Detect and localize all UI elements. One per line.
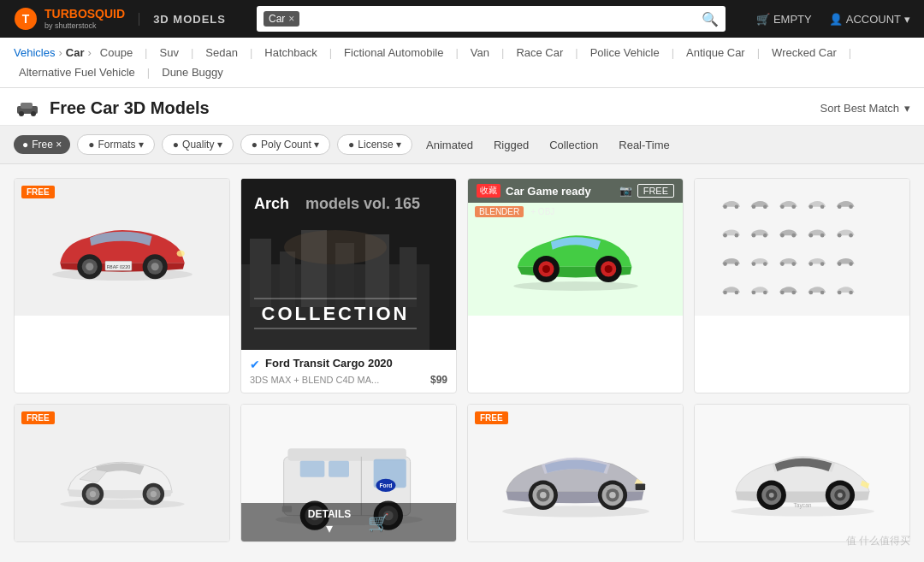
filter-animated[interactable]: Animated: [419, 135, 480, 155]
account-button[interactable]: 👤 ACCOUNT ▾: [829, 13, 910, 26]
svg-point-58: [734, 262, 738, 266]
svg-text:models vol. 165: models vol. 165: [305, 195, 420, 212]
polycount-label: Poly Count ▾: [261, 139, 319, 151]
card-formats-2: 3DS MAX + BLEND C4D MA...: [250, 375, 379, 385]
filter-license[interactable]: ● License ▾: [337, 134, 412, 155]
filter-polycount[interactable]: ● Poly Count ▾: [240, 134, 330, 155]
cat-van[interactable]: Van: [465, 44, 495, 61]
cart-button[interactable]: 🛒 EMPTY: [756, 13, 812, 26]
filter-quality[interactable]: ● Quality ▾: [162, 134, 234, 155]
product-card-5[interactable]: FREE: [14, 404, 230, 542]
svg-point-5: [31, 111, 36, 116]
svg-point-70: [762, 291, 767, 295]
svg-point-76: [849, 291, 853, 295]
cat-fictional[interactable]: Fictional Automobile: [339, 44, 448, 61]
svg-point-33: [542, 265, 549, 273]
svg-point-51: [780, 234, 785, 238]
product-image-2: Arch models vol. 165 COLLECTION: [241, 179, 456, 350]
filter-free-tag[interactable]: ● Free ×: [14, 135, 70, 154]
plus-obj: + OBJ: [530, 207, 554, 216]
filter-free-icon: ●: [22, 139, 28, 151]
card-title-2: Ford Transit Cargo 2020: [265, 357, 393, 370]
formats-label: Formats ▾: [98, 139, 144, 151]
cat-hatchback[interactable]: Hatchback: [259, 44, 322, 61]
svg-rect-18: [250, 239, 271, 307]
breadcrumb: Vehicles › Car › Coupe | Suv | Sedan | H…: [0, 38, 924, 88]
svg-text:Arch: Arch: [254, 195, 289, 212]
cat-racecar[interactable]: Race Car: [511, 44, 568, 61]
collection-image: Arch models vol. 165 COLLECTION: [241, 179, 429, 350]
sort-dropdown[interactable]: Sort Best Match ▾: [820, 102, 910, 115]
cart-icon-6[interactable]: 🛒: [368, 512, 389, 533]
search-tag[interactable]: Car ×: [264, 11, 299, 27]
svg-point-55: [837, 234, 841, 238]
filter-free-label: Free ×: [32, 139, 62, 151]
car-category-icon: [14, 100, 41, 117]
details-overlay: DETAILS ▾ 🛒: [241, 503, 456, 541]
filter-realtime[interactable]: Real-Time: [612, 135, 676, 155]
license-icon: ●: [348, 139, 354, 151]
cat-antique[interactable]: Antique Car: [681, 44, 750, 61]
svg-point-54: [820, 234, 824, 238]
svg-point-4: [19, 111, 24, 116]
product-card-6[interactable]: Ford DETAILS ▾ 🛒: [240, 404, 457, 542]
details-label[interactable]: DETAILS ▾: [308, 508, 351, 536]
product-card-1[interactable]: FREE: [14, 178, 230, 393]
page-title: Free Car 3D Models: [50, 98, 210, 118]
svg-text:COLLECTION: COLLECTION: [262, 303, 410, 324]
cart-icon: 🛒: [756, 13, 770, 26]
svg-text:Ford: Ford: [379, 482, 392, 488]
product-card-7[interactable]: FREE: [467, 404, 684, 542]
search-tag-close[interactable]: ×: [288, 13, 294, 25]
search-input[interactable]: [305, 13, 702, 26]
breadcrumb-vehicles[interactable]: Vehicles: [14, 46, 55, 59]
breadcrumb-sep-1: ›: [58, 46, 62, 59]
format-tags-3: BLENDER + OBJ: [475, 206, 554, 217]
svg-point-41: [780, 204, 785, 209]
svg-text:R8AF 0220: R8AF 0220: [106, 264, 130, 269]
svg-rect-88: [299, 461, 324, 477]
svg-point-57: [723, 262, 727, 266]
cat-coupe[interactable]: Coupe: [95, 44, 138, 61]
cat-sedan[interactable]: Sedan: [200, 44, 243, 61]
svg-point-71: [780, 291, 785, 295]
svg-point-46: [849, 204, 853, 209]
product-card-2[interactable]: Arch models vol. 165 COLLECTION ✔ Ford T…: [240, 178, 457, 393]
logo[interactable]: T TURBOSQUID by shutterstock: [14, 7, 125, 31]
svg-point-36: [604, 265, 612, 273]
filter-collection[interactable]: Collection: [542, 135, 605, 155]
svg-point-42: [791, 204, 796, 209]
search-tag-label: Car: [269, 13, 285, 25]
cat-wrecked[interactable]: Wrecked Car: [767, 44, 842, 61]
cat-suv[interactable]: Suv: [155, 44, 184, 61]
svg-point-50: [762, 234, 767, 238]
cat-police[interactable]: Police Vehicle: [585, 44, 665, 61]
svg-point-30: [513, 281, 637, 291]
account-chevron: ▾: [904, 13, 910, 26]
product-image-5: FREE: [15, 405, 229, 541]
product-card-4[interactable]: [694, 178, 910, 393]
svg-point-100: [502, 506, 649, 517]
svg-point-37: [723, 204, 727, 209]
svg-point-83: [150, 491, 156, 497]
cat-altfuel[interactable]: Alternative Fuel Vehicle: [14, 64, 140, 80]
cat-dunebuggy[interactable]: Dune Buggy: [157, 64, 228, 80]
svg-point-12: [151, 263, 158, 270]
filter-formats[interactable]: ● Formats ▾: [77, 134, 155, 155]
svg-point-38: [734, 204, 738, 209]
svg-point-40: [762, 204, 767, 209]
search-button[interactable]: 🔍: [702, 11, 719, 27]
svg-point-60: [762, 262, 767, 266]
product-card-8[interactable]: Taycan: [694, 404, 910, 542]
svg-point-66: [849, 262, 853, 266]
nav-actions: 🛒 EMPTY 👤 ACCOUNT ▾: [756, 13, 910, 26]
breadcrumb-car[interactable]: Car: [66, 46, 85, 59]
title-area: Free Car 3D Models: [14, 98, 210, 118]
license-label: License ▾: [358, 139, 401, 151]
filter-rigged[interactable]: Rigged: [487, 135, 536, 155]
svg-text:T: T: [22, 12, 30, 26]
section-label: 3D MODELS: [139, 13, 226, 26]
product-card-3[interactable]: 收藏 Car Game ready 📷 FREE BLENDER + OBJ: [467, 178, 684, 393]
svg-point-73: [808, 291, 813, 295]
svg-point-67: [723, 291, 727, 295]
